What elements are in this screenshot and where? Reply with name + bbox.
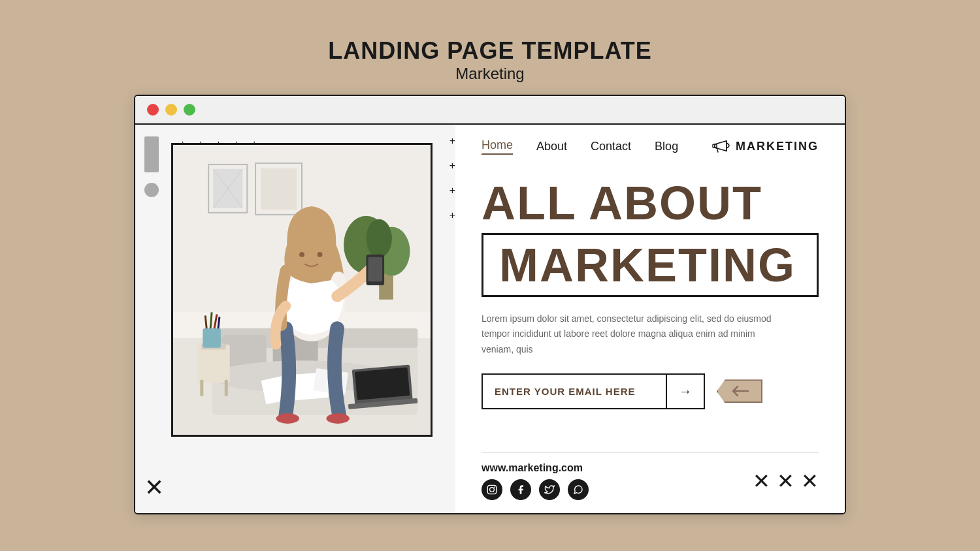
photo-container xyxy=(171,143,433,437)
dot-yellow[interactable] xyxy=(165,104,177,116)
plus-char: + xyxy=(449,135,455,147)
svg-line-27 xyxy=(205,315,206,328)
svg-point-44 xyxy=(494,486,495,488)
nav-link-contact[interactable]: Contact xyxy=(591,140,631,153)
page-title-main: LANDING PAGE TEMPLATE xyxy=(328,37,652,65)
cross-icons-row: ✕ ✕ ✕ xyxy=(753,471,819,492)
nav-link-blog[interactable]: Blog xyxy=(655,140,678,153)
website-url: www.marketing.com xyxy=(482,462,589,474)
page-wrapper: LANDING PAGE TEMPLATE Marketing xyxy=(0,0,980,551)
hero-line1: ALL ABOUT xyxy=(482,180,819,227)
arrow-left-icon xyxy=(730,385,749,398)
page-header: LANDING PAGE TEMPLATE Marketing xyxy=(328,37,652,83)
footer-section: www.marketing.com xyxy=(482,452,819,500)
nav-link-home[interactable]: Home xyxy=(482,138,513,155)
svg-point-43 xyxy=(490,487,495,492)
email-input[interactable] xyxy=(483,377,666,406)
social-twitter[interactable] xyxy=(539,479,560,500)
photo-bg xyxy=(173,145,431,435)
facebook-icon xyxy=(515,484,526,495)
cross-outline-2: ✕ xyxy=(777,471,794,492)
svg-point-35 xyxy=(299,251,304,257)
dot-green[interactable] xyxy=(184,104,195,116)
arrow-left-decoration xyxy=(717,375,762,407)
svg-point-12 xyxy=(367,219,392,257)
svg-point-40 xyxy=(326,413,349,424)
browser-body: + + + + + + + + + xyxy=(135,125,845,513)
left-panel: + + + + + + + + + xyxy=(135,125,455,513)
svg-rect-22 xyxy=(355,367,410,400)
svg-line-28 xyxy=(210,312,212,328)
cross-icon-bottom-left: ✕ xyxy=(144,474,164,501)
plus-char: + xyxy=(449,160,455,172)
hero-line2: MARKETING xyxy=(499,242,801,289)
social-whatsapp[interactable] xyxy=(568,479,589,500)
cross-outline-1: ✕ xyxy=(753,471,770,492)
whatsapp-icon xyxy=(573,484,583,495)
right-plus-col: + + + + xyxy=(449,135,455,221)
woman-figure xyxy=(173,145,431,435)
social-facebook[interactable] xyxy=(510,479,531,500)
sidebar-circle xyxy=(144,183,159,197)
nav-link-about[interactable]: About xyxy=(536,140,567,153)
arrow-left-shape xyxy=(717,379,762,403)
hero-content: ALL ABOUT MARKETING Lorem ipsum dolor si… xyxy=(482,166,819,452)
sidebar-controls xyxy=(144,136,159,197)
hero-description: Lorem ipsum dolor sit amet, consectetur … xyxy=(482,311,776,358)
brand-name: MARKETING xyxy=(736,140,819,153)
instagram-icon xyxy=(487,484,497,495)
svg-point-36 xyxy=(318,251,323,257)
megaphone-icon xyxy=(712,138,730,156)
cross-outline-3: ✕ xyxy=(801,471,819,492)
sidebar-rect xyxy=(144,136,159,172)
svg-point-39 xyxy=(276,413,299,424)
dot-red[interactable] xyxy=(147,104,159,116)
svg-rect-31 xyxy=(200,379,203,396)
svg-rect-42 xyxy=(487,485,496,494)
svg-rect-8 xyxy=(261,168,297,209)
page-title-sub: Marketing xyxy=(328,65,652,83)
svg-line-30 xyxy=(218,317,220,328)
svg-rect-26 xyxy=(203,328,221,348)
plus-char: + xyxy=(449,210,455,221)
brand-logo: MARKETING xyxy=(712,138,819,156)
social-icons xyxy=(482,479,589,500)
plus-char: + xyxy=(449,185,455,197)
navbar: Home About Contact Blog MARKETING xyxy=(482,138,819,166)
social-instagram[interactable] xyxy=(482,479,502,500)
browser-titlebar xyxy=(135,96,845,125)
right-panel: Home About Contact Blog MARKETING xyxy=(455,125,845,513)
email-input-wrapper: → xyxy=(482,373,705,409)
svg-rect-32 xyxy=(225,379,228,396)
email-submit-button[interactable]: → xyxy=(666,375,704,408)
browser-window: + + + + + + + + + xyxy=(134,95,846,514)
email-section: → xyxy=(482,373,819,409)
svg-rect-38 xyxy=(368,257,382,281)
hero-line2-wrapper: MARKETING xyxy=(482,233,819,297)
twitter-icon xyxy=(544,484,555,495)
svg-rect-24 xyxy=(197,344,229,383)
